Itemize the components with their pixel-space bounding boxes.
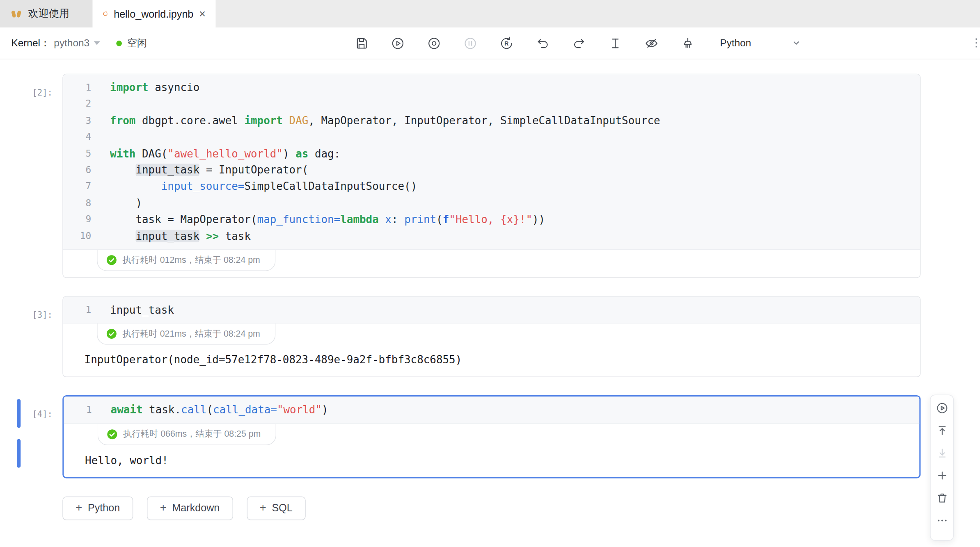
- add-cell-button[interactable]: [935, 468, 949, 482]
- language-selector[interactable]: Python: [720, 27, 801, 59]
- undo-button[interactable]: [535, 36, 550, 51]
- run-button[interactable]: [390, 36, 405, 51]
- chevron-down-icon: [791, 38, 801, 48]
- code-line: 6 input_task = InputOperator(: [63, 162, 920, 178]
- code-text: task = MapOperator(map_function=lambda x…: [110, 211, 545, 228]
- code-token: import: [110, 81, 149, 93]
- notebook-cell[interactable]: 1input_task 执行耗时 021ms，结束于 08:24 pmInput…: [62, 296, 920, 378]
- code-token: dag:: [308, 147, 340, 160]
- code-text: import asyncio: [110, 79, 199, 96]
- kernel-caret-icon[interactable]: [94, 41, 100, 45]
- code-token: import: [244, 114, 283, 126]
- code-token: "Hello, {x}!": [449, 213, 532, 226]
- restart-kernel-button[interactable]: R: [499, 36, 514, 51]
- code-token: [110, 230, 135, 242]
- line-number: 5: [63, 145, 92, 162]
- code-line: 10 input_task >> task: [63, 228, 920, 244]
- cell-exec-label: [2]:: [0, 74, 62, 278]
- execution-status: 执行耗时 066ms，结束于 08:25 pm: [98, 424, 277, 445]
- hide-output-button[interactable]: [644, 36, 659, 51]
- code-token: ): [283, 147, 295, 160]
- code-token: [283, 114, 289, 126]
- code-token: [110, 164, 135, 176]
- toolbar: Kernel： python3 空闲: [0, 27, 980, 59]
- code-text: input_task >> task: [110, 228, 251, 244]
- execution-status: 执行耗时 021ms，结束于 08:24 pm: [97, 324, 276, 345]
- code-token: map_function=: [257, 213, 341, 226]
- code-token: "world": [277, 404, 322, 416]
- line-number: 1: [63, 302, 92, 318]
- notebook-cell[interactable]: 1import asyncio23from dbgpt.core.awel im…: [62, 74, 920, 278]
- language-selector-value: Python: [720, 37, 751, 48]
- move-to-bottom-button[interactable]: [935, 446, 949, 460]
- code-token: input_task: [135, 164, 199, 176]
- kernel-label: Kernel：: [11, 36, 50, 50]
- code-token: input_task: [110, 303, 174, 316]
- add-cell-row: + Python + Markdown + SQL: [62, 497, 980, 520]
- cell-output: InputOperator(node_id=57e12f78-0823-489e…: [63, 345, 920, 377]
- kernel-info: Kernel： python3 空闲: [0, 36, 147, 50]
- selected-cell-bar: [17, 439, 21, 468]
- text-cursor-button[interactable]: [607, 36, 623, 51]
- line-number: 3: [63, 112, 92, 129]
- code-token: DAG(: [135, 147, 167, 160]
- more-options-icon[interactable]: ⋮: [971, 36, 980, 50]
- code-token: f: [443, 213, 449, 226]
- code-token: [379, 213, 385, 226]
- add-sql-cell-button[interactable]: + SQL: [247, 497, 306, 520]
- code-line: 2: [63, 96, 920, 112]
- pause-button[interactable]: [463, 36, 478, 51]
- code-token: :: [392, 213, 404, 226]
- code-line: 1input_task: [63, 302, 920, 318]
- run-cell-button[interactable]: [935, 401, 949, 415]
- more-cell-actions-button[interactable]: [935, 513, 949, 527]
- line-number: 1: [64, 402, 92, 418]
- line-number: 2: [63, 96, 92, 112]
- code-token: SimpleCallDataInputSource(): [244, 180, 417, 192]
- delete-cell-button[interactable]: [935, 491, 949, 505]
- kernel-status-text: 空闲: [127, 36, 147, 50]
- close-tab-icon[interactable]: ×: [199, 8, 206, 19]
- code-token: ): [322, 404, 328, 416]
- line-number: 4: [63, 129, 92, 145]
- code-editor[interactable]: 1import asyncio23from dbgpt.core.awel im…: [63, 74, 920, 250]
- record-button[interactable]: [426, 36, 442, 51]
- save-button[interactable]: [354, 36, 369, 51]
- add-markdown-cell-button[interactable]: + Markdown: [147, 497, 233, 520]
- broom-icon: [680, 36, 695, 50]
- raised-hands-icon: [10, 7, 22, 20]
- code-token: call: [181, 404, 206, 416]
- code-text: ): [110, 195, 142, 211]
- tab-bar: 欢迎使用 hello_world.ipynb ×: [0, 0, 980, 27]
- clean-button[interactable]: [680, 36, 695, 51]
- code-editor[interactable]: 1input_task: [63, 297, 920, 324]
- code-text: input_source=SimpleCallDataInputSource(): [110, 178, 417, 195]
- code-line: 7 input_source=SimpleCallDataInputSource…: [63, 178, 920, 195]
- notebook-cell[interactable]: 1await task.call(call_data="world") 执行耗时…: [62, 396, 920, 479]
- move-to-top-button[interactable]: [935, 424, 949, 438]
- tab-welcome[interactable]: 欢迎使用: [0, 0, 92, 27]
- cell-output: [63, 271, 920, 277]
- tab-notebook[interactable]: hello_world.ipynb ×: [92, 0, 215, 27]
- add-python-cell-button[interactable]: + Python: [62, 497, 133, 520]
- record-icon: [426, 36, 441, 50]
- kernel-selector[interactable]: python3: [54, 37, 89, 48]
- code-line: 3from dbgpt.core.awel import DAG, MapOpe…: [63, 112, 920, 129]
- add-markdown-label: Markdown: [172, 502, 220, 514]
- svg-text:R: R: [504, 40, 508, 46]
- code-token: x: [385, 213, 392, 226]
- code-line: 1import asyncio: [63, 79, 920, 96]
- execution-status-text: 执行耗时 012ms，结束于 08:24 pm: [123, 255, 260, 266]
- run-icon: [390, 36, 405, 50]
- tab-welcome-label: 欢迎使用: [28, 7, 70, 21]
- plus-icon: +: [260, 502, 266, 515]
- code-token: as: [295, 147, 308, 160]
- code-editor[interactable]: 1await task.call(call_data="world"): [64, 397, 919, 424]
- code-token: task: [219, 230, 251, 242]
- cell-exec-label: [4]:: [0, 396, 62, 479]
- cell-output: Hello, world!: [64, 445, 919, 477]
- code-token: input_task: [135, 230, 199, 242]
- text-cursor-icon: [608, 36, 622, 50]
- plus-icon: +: [76, 502, 82, 515]
- redo-button[interactable]: [571, 36, 586, 51]
